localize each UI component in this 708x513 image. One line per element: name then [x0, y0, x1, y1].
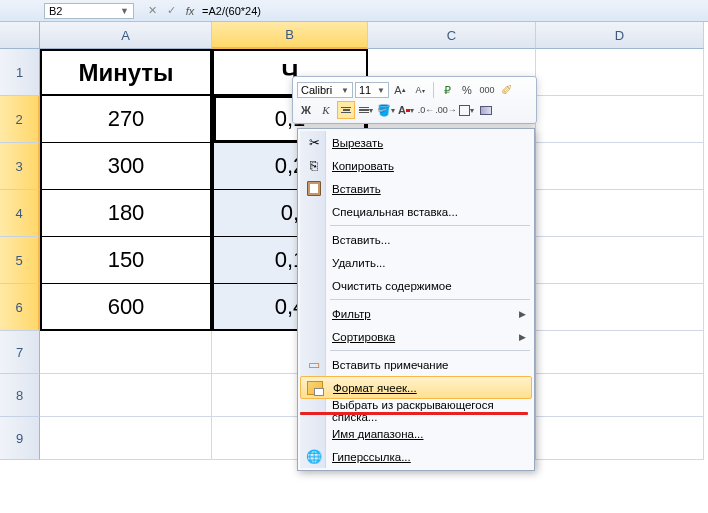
row-header-6[interactable]: 6: [0, 284, 40, 331]
fx-icon[interactable]: fx: [182, 3, 198, 19]
row-header-3[interactable]: 3: [0, 143, 40, 190]
cell-a7[interactable]: [40, 331, 212, 374]
chevron-down-icon: ▼: [377, 86, 385, 95]
cell-d6[interactable]: [536, 284, 704, 331]
row-header-7[interactable]: 7: [0, 331, 40, 374]
cell-d9[interactable]: [536, 417, 704, 460]
merge-button[interactable]: [477, 101, 495, 119]
increase-font-icon[interactable]: A▴: [391, 81, 409, 99]
ctx-clear-label: Очистить содержимое: [332, 280, 526, 292]
ctx-hyperlink[interactable]: 🌐 Гиперссылка...: [300, 445, 532, 468]
annotation-underline: [300, 412, 528, 415]
ctx-clear[interactable]: Очистить содержимое: [300, 274, 532, 297]
ctx-format-label: Формат ячеек...: [333, 382, 525, 394]
decrease-font-icon[interactable]: A▾: [411, 81, 429, 99]
cell-d4[interactable]: [536, 190, 704, 237]
cell-d8[interactable]: [536, 374, 704, 417]
cell-a9[interactable]: [40, 417, 212, 460]
ctx-paste-special[interactable]: Специальная вставка...: [300, 200, 532, 223]
select-all-corner[interactable]: [0, 22, 40, 49]
cell-a4[interactable]: 180: [40, 190, 212, 237]
percent-icon[interactable]: %: [458, 81, 476, 99]
row-header-4[interactable]: 4: [0, 190, 40, 237]
align-center-icon: [341, 107, 351, 114]
context-menu-sep: [330, 225, 530, 226]
copy-icon: ⎘: [302, 156, 326, 176]
ctx-hyperlink-label: Гиперссылка...: [332, 451, 526, 463]
mini-toolbar: Calibri ▼ 11 ▼ A▴ A▾ ₽ % 000 ✐ Ж К ▾ 🪣▾ …: [292, 76, 537, 124]
ctx-filter[interactable]: Фильтр ▶: [300, 302, 532, 325]
decrease-decimal-icon[interactable]: .0←: [417, 101, 435, 119]
col-header-d[interactable]: D: [536, 22, 704, 49]
row-header-8[interactable]: 8: [0, 374, 40, 417]
ctx-cut[interactable]: ✂ Вырезать: [300, 131, 532, 154]
borders-button[interactable]: ▾: [457, 101, 475, 119]
ctx-dropdown-label: Выбрать из раскрывающегося списка...: [332, 399, 526, 423]
col-header-c[interactable]: C: [368, 22, 536, 49]
row-header-9[interactable]: 9: [0, 417, 40, 460]
cell-d7[interactable]: [536, 331, 704, 374]
formula-input[interactable]: =A2/(60*24): [198, 5, 704, 17]
cell-d1[interactable]: [536, 49, 704, 96]
ctx-insert-comment[interactable]: ▭ Вставить примечание: [300, 353, 532, 376]
cell-a1[interactable]: Минуты: [40, 49, 212, 96]
name-box[interactable]: B2 ▼: [44, 3, 134, 19]
ctx-delete[interactable]: Удалить...: [300, 251, 532, 274]
fill-color-button[interactable]: 🪣▾: [377, 101, 395, 119]
ctx-cut-label: Вырезать: [332, 137, 526, 149]
cell-a6[interactable]: 600: [40, 284, 212, 331]
cell-d5[interactable]: [536, 237, 704, 284]
mini-size-value: 11: [359, 84, 371, 96]
italic-button[interactable]: К: [317, 101, 335, 119]
name-box-value: B2: [49, 5, 62, 17]
toolbar-sep: [433, 82, 434, 98]
ctx-insert[interactable]: Вставить...: [300, 228, 532, 251]
ctx-sort[interactable]: Сортировка ▶: [300, 325, 532, 348]
paste-icon: [302, 179, 326, 199]
col-header-a[interactable]: A: [40, 22, 212, 49]
bold-button[interactable]: Ж: [297, 101, 315, 119]
ctx-rangename-label: Имя диапазона...: [332, 428, 526, 440]
accept-formula-icon[interactable]: ✓: [163, 3, 179, 19]
name-box-dropdown-icon[interactable]: ▼: [120, 6, 129, 16]
thousands-icon[interactable]: 000: [478, 81, 496, 99]
col-header-b[interactable]: B: [212, 22, 368, 49]
row-header-5[interactable]: 5: [0, 237, 40, 284]
ctx-paste-special-label: Специальная вставка...: [332, 206, 526, 218]
mini-font-select[interactable]: Calibri ▼: [297, 82, 353, 98]
bucket-icon: 🪣: [377, 104, 391, 117]
submenu-arrow-icon: ▶: [519, 332, 526, 342]
ctx-format-cells[interactable]: Формат ячеек...: [300, 376, 532, 399]
cell-a2[interactable]: 270: [40, 96, 212, 143]
mini-size-select[interactable]: 11 ▼: [355, 82, 389, 98]
cell-d3[interactable]: [536, 143, 704, 190]
ctx-delete-label: Удалить...: [332, 257, 526, 269]
submenu-arrow-icon: ▶: [519, 309, 526, 319]
ctx-paste[interactable]: Вставить: [300, 177, 532, 200]
ctx-copy[interactable]: ⎘ Копировать: [300, 154, 532, 177]
ctx-filter-label: Фильтр: [332, 308, 519, 320]
currency-icon[interactable]: ₽: [438, 81, 456, 99]
cell-d2[interactable]: [536, 96, 704, 143]
chevron-down-icon: ▼: [341, 86, 349, 95]
increase-decimal-icon[interactable]: .00→: [437, 101, 455, 119]
row-header-1[interactable]: 1: [0, 49, 40, 96]
align-button[interactable]: ▾: [357, 101, 375, 119]
ctx-comment-label: Вставить примечание: [332, 359, 526, 371]
formula-controls: ✕ ✓ fx: [144, 3, 198, 19]
align-center-button[interactable]: [337, 101, 355, 119]
format-painter-icon[interactable]: ✐: [498, 81, 516, 99]
ctx-pick-from-list[interactable]: Выбрать из раскрывающегося списка...: [300, 399, 532, 422]
cell-a8[interactable]: [40, 374, 212, 417]
font-color-icon: A: [398, 104, 406, 116]
ctx-copy-label: Копировать: [332, 160, 526, 172]
cancel-formula-icon[interactable]: ✕: [144, 3, 160, 19]
font-color-button[interactable]: A▾: [397, 101, 415, 119]
cell-a5[interactable]: 150: [40, 237, 212, 284]
ctx-paste-label: Вставить: [332, 183, 526, 195]
ctx-sort-label: Сортировка: [332, 331, 519, 343]
cell-a3[interactable]: 300: [40, 143, 212, 190]
context-menu-sep: [330, 350, 530, 351]
ctx-name-range[interactable]: Имя диапазона...: [300, 422, 532, 445]
row-header-2[interactable]: 2: [0, 96, 40, 143]
